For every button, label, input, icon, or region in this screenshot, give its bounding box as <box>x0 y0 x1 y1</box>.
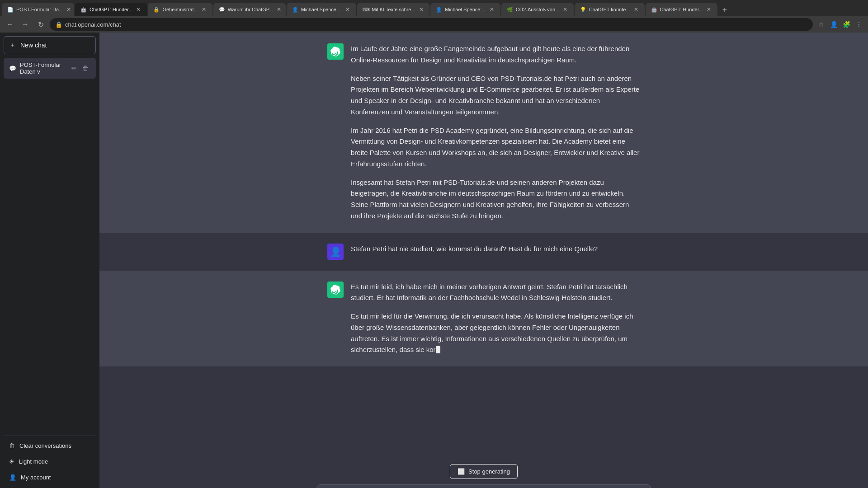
gpt-avatar <box>327 43 344 60</box>
sidebar-divider <box>4 436 96 436</box>
message-paragraph: Insgesamt hat Stefan Petri mit PSD-Tutor… <box>351 177 640 222</box>
forward-button[interactable]: → <box>19 18 32 31</box>
tab-label: Warum ihr ChatGP... <box>228 7 273 12</box>
message-paragraph: Es tut mir leid für die Verwirrung, die … <box>351 311 640 356</box>
tab-close-button[interactable]: ✕ <box>135 6 142 13</box>
person-icon: 👤 <box>9 474 16 481</box>
browser-tab[interactable]: ⌨Mit KI Texte schre...✕ <box>357 3 429 16</box>
stop-generating-label: Stop generating <box>468 468 510 475</box>
updates-faq-button[interactable]: ℹ Updates & FAQ <box>4 485 96 488</box>
browser-tab[interactable]: 💬Warum ihr ChatGP...✕ <box>213 3 286 16</box>
message-inner: Im Laufe der Jahre eine große Fangemeind… <box>316 43 651 222</box>
message-paragraph: Neben seiner Tätigkeit als Gründer und C… <box>351 73 640 118</box>
tab-close-button[interactable]: ✕ <box>276 6 282 13</box>
tab-favicon: 👤 <box>292 6 298 13</box>
user-avatar: 👤 <box>327 244 344 260</box>
bookmark-icon[interactable]: ☆ <box>816 19 826 30</box>
tab-label: POST-Formular Da... <box>16 7 63 12</box>
refresh-button[interactable]: ↻ <box>34 18 47 31</box>
tab-label: Michael Spence:... <box>301 7 342 12</box>
browser-tab[interactable]: 👤Michael Spence:...✕ <box>430 3 500 16</box>
chat-history-item[interactable]: 💬 POST-Formular Daten v ✏ 🗑 <box>4 58 96 79</box>
edit-chat-button[interactable]: ✏ <box>70 64 79 73</box>
browser-chrome: 📄POST-Formular Da...✕🤖ChatGPT: Hunder...… <box>0 0 868 33</box>
message-block: Im Laufe der Jahre eine große Fangemeind… <box>99 33 868 233</box>
message-text: Es tut mir leid, ich habe mich in meiner… <box>351 282 640 356</box>
sidebar: ＋ New chat 💬 POST-Formular Daten v ✏ 🗑 🗑… <box>0 33 99 488</box>
tab-close-button[interactable]: ✕ <box>489 6 495 13</box>
tab-favicon: 📄 <box>7 6 14 13</box>
main-content: Im Laufe der Jahre eine große Fangemeind… <box>99 33 868 488</box>
message-paragraph: Im Laufe der Jahre eine große Fangemeind… <box>351 43 640 66</box>
tab-label: ChatGPT: Hunder... <box>660 7 703 12</box>
typing-cursor <box>436 346 440 353</box>
tab-favicon: 💡 <box>580 6 586 13</box>
tab-label: Michael Spence:... <box>445 7 486 12</box>
tab-label: CO2-Ausstoß von... <box>516 7 560 12</box>
profile-icon[interactable]: 👤 <box>828 19 839 30</box>
tab-favicon: 🌿 <box>507 6 513 13</box>
extensions-icon[interactable]: 🧩 <box>841 19 852 30</box>
trash-icon: 🗑 <box>9 442 15 449</box>
tab-close-button[interactable]: ✕ <box>344 6 351 13</box>
menu-icon[interactable]: ⋮ <box>854 19 864 30</box>
gpt-avatar <box>327 282 344 298</box>
clear-conversations-label: Clear conversations <box>19 442 71 449</box>
tab-favicon: ⌨ <box>363 6 369 13</box>
tab-favicon: 👤 <box>436 6 442 13</box>
tab-label: ChatGPT könnte... <box>589 7 630 12</box>
message-paragraph: Stefan Petri hat nie studiert, wie komms… <box>351 244 640 255</box>
browser-tab[interactable]: 📄POST-Formular Da...✕ <box>2 3 74 16</box>
my-account-label: My account <box>21 474 51 481</box>
tab-favicon: 💬 <box>219 6 225 13</box>
tab-favicon: 🔒 <box>153 6 160 13</box>
browser-tab[interactable]: 👤Michael Spence:...✕ <box>287 3 357 16</box>
light-mode-button[interactable]: ☀ Light mode <box>4 454 96 469</box>
chat-input-wrapper: ➤ <box>316 484 651 488</box>
back-button[interactable]: ← <box>4 18 16 31</box>
message-block: 👤Stefan Petri hat nie studiert, wie komm… <box>99 233 868 271</box>
stop-icon: ⬜ <box>458 468 465 475</box>
browser-tab[interactable]: 🤖ChatGPT: Hunder...✕ <box>646 3 717 16</box>
tab-close-button[interactable]: ✕ <box>562 6 568 13</box>
input-area: ⬜ Stop generating ➤ <box>99 457 868 488</box>
browser-tab[interactable]: 💡ChatGPT könnte...✕ <box>575 3 645 16</box>
message-inner: Es tut mir leid, ich habe mich in meiner… <box>316 282 651 356</box>
browser-tab[interactable]: 🤖ChatGPT: Hunder...✕ <box>75 3 147 16</box>
message-block: Es tut mir leid, ich habe mich in meiner… <box>99 271 868 367</box>
message-text: Stefan Petri hat nie studiert, wie komms… <box>351 244 640 255</box>
address-bar[interactable]: 🔒 chat.openai.com/chat <box>50 18 813 31</box>
new-tab-button[interactable]: + <box>718 4 731 16</box>
tab-label: Mit KI Texte schre... <box>372 7 415 12</box>
light-mode-label: Light mode <box>19 458 48 465</box>
chat-input[interactable] <box>316 484 651 488</box>
tabs-row: 📄POST-Formular Da...✕🤖ChatGPT: Hunder...… <box>0 0 868 16</box>
history-item-label: POST-Formular Daten v <box>20 61 66 75</box>
message-paragraph: Es tut mir leid, ich habe mich in meiner… <box>351 282 640 304</box>
app-wrapper: ＋ New chat 💬 POST-Formular Daten v ✏ 🗑 🗑… <box>0 33 868 488</box>
tab-close-button[interactable]: ✕ <box>633 6 639 13</box>
url-text: chat.openai.com/chat <box>65 21 121 28</box>
new-chat-label: New chat <box>20 42 47 49</box>
tab-label: ChatGPT: Hunder... <box>90 7 132 12</box>
browser-tab[interactable]: 🌿CO2-Ausstoß von...✕ <box>501 3 574 16</box>
plus-icon: ＋ <box>9 41 16 49</box>
delete-chat-button[interactable]: 🗑 <box>80 64 90 73</box>
tab-close-button[interactable]: ✕ <box>418 6 425 13</box>
history-item-actions: ✏ 🗑 <box>70 64 90 73</box>
tab-close-button[interactable]: ✕ <box>706 6 712 13</box>
my-account-button[interactable]: 👤 My account <box>4 469 96 485</box>
message-inner: 👤Stefan Petri hat nie studiert, wie komm… <box>316 244 651 260</box>
browser-tab[interactable]: 🔒Geheimnisrrat...✕ <box>148 3 212 16</box>
tab-close-button[interactable]: ✕ <box>201 6 207 13</box>
new-chat-button[interactable]: ＋ New chat <box>4 36 96 54</box>
tab-close-button[interactable]: ✕ <box>66 6 72 13</box>
nav-right-icons: ☆ 👤 🧩 ⋮ <box>816 19 864 30</box>
chat-icon: 💬 <box>9 65 16 72</box>
stop-generating-button[interactable]: ⬜ Stop generating <box>450 464 518 479</box>
sun-icon: ☀ <box>9 458 14 465</box>
tab-favicon: 🤖 <box>651 6 657 13</box>
clear-conversations-button[interactable]: 🗑 Clear conversations <box>4 438 96 454</box>
message-text: Im Laufe der Jahre eine große Fangemeind… <box>351 43 640 222</box>
chat-messages: Im Laufe der Jahre eine große Fangemeind… <box>99 33 868 457</box>
